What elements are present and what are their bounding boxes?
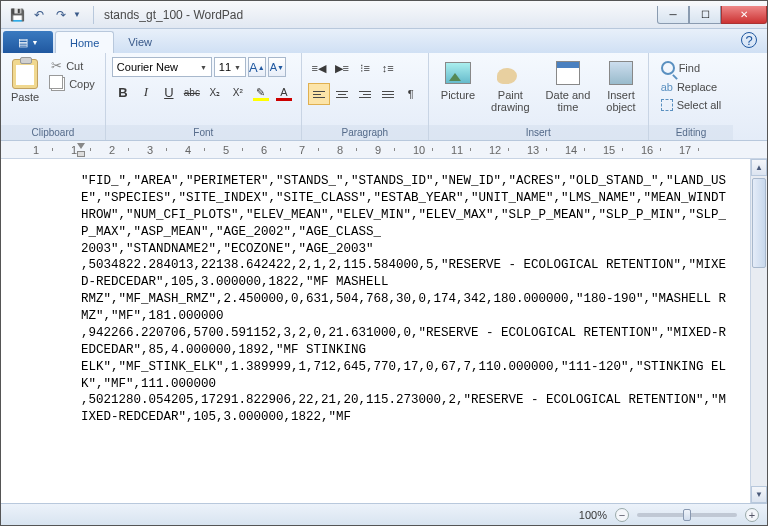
date-label: Date and time [546, 89, 591, 113]
ruler-number: 9 [375, 144, 381, 156]
group-label-insert: Insert [429, 125, 648, 140]
first-line-indent-marker[interactable] [77, 143, 85, 149]
ruler-number: 16 [641, 144, 653, 156]
line-spacing-button[interactable]: ↕≡ [377, 57, 399, 79]
ruler[interactable]: 11234567891011121314151617 [1, 141, 767, 159]
ruler-number: 1 [33, 144, 39, 156]
zoom-in-button[interactable]: + [745, 508, 759, 522]
titlebar: 💾 ↶ ↷ ▼ stands_gt_100 - WordPad ─ ☐ ✕ [1, 1, 767, 29]
cut-button[interactable]: ✂ Cut [47, 57, 99, 74]
underline-button[interactable]: U [158, 81, 180, 103]
ruler-number: 6 [261, 144, 267, 156]
zoom-out-button[interactable]: − [615, 508, 629, 522]
undo-icon[interactable]: ↶ [29, 5, 49, 25]
group-label-paragraph: Paragraph [302, 125, 428, 140]
font-color-bar [276, 98, 292, 101]
highlight-color-bar [253, 98, 269, 101]
ruler-number: 12 [489, 144, 501, 156]
replace-icon: ab [661, 81, 673, 93]
scroll-down-button[interactable]: ▼ [751, 486, 767, 503]
paragraph-icon: ¶ [408, 88, 414, 100]
font-size-select[interactable]: 11 ▼ [214, 57, 246, 77]
font-size-value: 11 [219, 61, 231, 73]
justify-button[interactable] [377, 83, 399, 105]
align-left-icon [313, 91, 325, 98]
help-icon[interactable]: ? [741, 32, 757, 48]
minimize-button[interactable]: ─ [657, 6, 689, 24]
clipboard-icon [12, 59, 38, 89]
italic-button[interactable]: I [135, 81, 157, 103]
document-text[interactable]: "FID_","AREA","PERIMETER","STANDS_","STA… [1, 159, 750, 503]
ruler-number: 1 [71, 144, 77, 156]
tab-home[interactable]: Home [55, 31, 114, 53]
bold-button[interactable]: B [112, 81, 134, 103]
superscript-button[interactable]: X² [227, 81, 249, 103]
ruler-number: 4 [185, 144, 191, 156]
cut-label: Cut [66, 60, 83, 72]
outdent-icon: ≡◀ [312, 62, 326, 75]
close-button[interactable]: ✕ [721, 6, 767, 24]
save-icon[interactable]: 💾 [7, 5, 27, 25]
subscript-button[interactable]: X₂ [204, 81, 226, 103]
find-label: Find [679, 62, 700, 74]
ruler-number: 5 [223, 144, 229, 156]
date-time-button[interactable]: Date and time [540, 57, 597, 115]
picture-label: Picture [441, 89, 475, 101]
align-left-button[interactable] [308, 83, 330, 105]
select-all-button[interactable]: Select all [657, 97, 726, 113]
ruler-number: 10 [413, 144, 425, 156]
scroll-track[interactable] [751, 176, 767, 486]
vertical-scrollbar[interactable]: ▲ ▼ [750, 159, 767, 503]
window: 💾 ↶ ↷ ▼ stands_gt_100 - WordPad ─ ☐ ✕ ▤ … [0, 0, 768, 526]
font-color-label: A [280, 86, 287, 98]
app-menu-button[interactable]: ▤ [3, 31, 53, 53]
picture-button[interactable]: Picture [435, 57, 481, 103]
pencil-icon: ✎ [256, 86, 265, 99]
zoom-slider[interactable] [637, 513, 737, 517]
justify-icon [382, 91, 394, 98]
chevron-down-icon: ▼ [234, 64, 241, 71]
qat-dropdown-icon[interactable]: ▼ [73, 5, 81, 25]
zoom-thumb[interactable] [683, 509, 691, 521]
indent-icon: ▶≡ [335, 62, 349, 75]
decrease-indent-button[interactable]: ≡◀ [308, 57, 330, 79]
separator [93, 6, 94, 24]
redo-icon[interactable]: ↷ [51, 5, 71, 25]
paint-drawing-button[interactable]: Paint drawing [485, 57, 536, 115]
scroll-thumb[interactable] [752, 178, 766, 268]
align-right-button[interactable] [354, 83, 376, 105]
copy-icon [51, 77, 65, 91]
increase-indent-button[interactable]: ▶≡ [331, 57, 353, 79]
spacing-icon: ↕≡ [382, 62, 394, 74]
ribbon-tabs: ▤ Home View ? [1, 29, 767, 53]
scroll-up-button[interactable]: ▲ [751, 159, 767, 176]
tab-view[interactable]: View [114, 31, 166, 53]
insert-object-button[interactable]: Insert object [600, 57, 641, 115]
replace-button[interactable]: ab Replace [657, 79, 726, 95]
copy-button[interactable]: Copy [47, 76, 99, 92]
ruler-number: 8 [337, 144, 343, 156]
select-all-label: Select all [677, 99, 722, 111]
ruler-number: 14 [565, 144, 577, 156]
shrink-font-button[interactable]: A▼ [268, 57, 286, 77]
grow-font-button[interactable]: A▲ [248, 57, 266, 77]
paste-button[interactable]: Paste [7, 57, 43, 105]
highlight-button[interactable]: ✎ [250, 81, 272, 103]
paragraph-dialog-button[interactable]: ¶ [400, 83, 422, 105]
align-center-button[interactable] [331, 83, 353, 105]
maximize-button[interactable]: ☐ [689, 6, 721, 24]
paste-label: Paste [11, 91, 39, 103]
align-center-icon [336, 91, 348, 98]
font-color-button[interactable]: A [273, 81, 295, 103]
find-button[interactable]: Find [657, 59, 726, 77]
ruler-number: 17 [679, 144, 691, 156]
strikethrough-button[interactable]: abc [181, 81, 203, 103]
left-indent-marker[interactable] [77, 151, 85, 157]
font-name-select[interactable]: Courier New ▼ [112, 57, 212, 77]
chevron-down-icon: ▼ [200, 64, 207, 71]
bullets-button[interactable]: ⁝≡ [354, 57, 376, 79]
group-editing: Find ab Replace Select all Editing [649, 53, 734, 140]
editor-area: "FID_","AREA","PERIMETER","STANDS_","STA… [1, 159, 767, 503]
scissors-icon: ✂ [51, 58, 62, 73]
group-paragraph: ≡◀ ▶≡ ⁝≡ ↕≡ ¶ Paragraph [302, 53, 429, 140]
